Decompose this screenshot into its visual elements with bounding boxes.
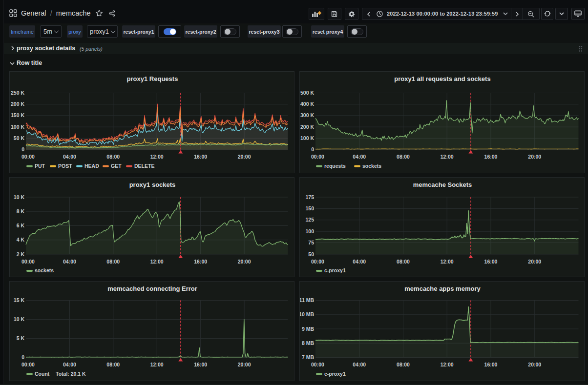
svg-text:200 K: 200 K: [11, 101, 24, 107]
svg-text:250 K: 250 K: [11, 90, 24, 96]
svg-text:POST: POST: [58, 163, 72, 169]
svg-text:16:00: 16:00: [194, 362, 207, 367]
svg-text:20:00: 20:00: [528, 259, 541, 264]
svg-text:memcache apps memory: memcache apps memory: [404, 285, 481, 292]
svg-text:00:00: 00:00: [311, 362, 324, 367]
svg-text:08:00: 08:00: [106, 154, 120, 160]
svg-text:proxy1 Requests: proxy1 Requests: [127, 75, 178, 82]
svg-text:04:00: 04:00: [63, 154, 76, 160]
svg-text:75: 75: [308, 240, 314, 245]
svg-text:PUT: PUT: [35, 163, 45, 169]
svg-text:DELETE: DELETE: [134, 163, 154, 169]
svg-text:12:00: 12:00: [150, 154, 164, 160]
svg-text:50: 50: [308, 251, 314, 257]
svg-text:10 MB: 10 MB: [300, 311, 314, 317]
svg-text:0: 0: [311, 146, 314, 152]
svg-text:500 K: 500 K: [300, 90, 314, 96]
svg-text:requests: requests: [324, 163, 346, 169]
svg-text:00:00: 00:00: [21, 259, 35, 264]
svg-text:9 MB: 9 MB: [302, 326, 315, 332]
svg-text:proxy1 sockets: proxy1 sockets: [129, 181, 176, 188]
svg-text:300 K: 300 K: [300, 112, 314, 118]
svg-text:20:00: 20:00: [528, 362, 541, 367]
svg-text:00:00: 00:00: [21, 362, 35, 367]
svg-text:00:00: 00:00: [21, 154, 35, 160]
svg-text:04:00: 04:00: [63, 362, 76, 367]
svg-text:100: 100: [305, 228, 314, 234]
svg-text:20:00: 20:00: [238, 362, 251, 367]
svg-text:6 K: 6 K: [17, 223, 25, 228]
svg-text:16:00: 16:00: [194, 259, 207, 264]
svg-text:200 K: 200 K: [300, 124, 314, 130]
svg-text:Count: Count: [35, 371, 50, 377]
svg-text:20:00: 20:00: [238, 259, 251, 264]
svg-text:15 K: 15 K: [14, 297, 25, 303]
svg-text:0: 0: [21, 354, 24, 360]
svg-text:c-proxy1: c-proxy1: [324, 371, 346, 377]
svg-text:16:00: 16:00: [194, 154, 207, 160]
svg-text:11 MB: 11 MB: [300, 297, 314, 303]
svg-text:sockets: sockets: [35, 267, 54, 273]
svg-text:10 K: 10 K: [14, 316, 25, 322]
svg-text:proxy1 all requests and socket: proxy1 all requests and sockets: [394, 75, 490, 82]
svg-text:08:00: 08:00: [397, 154, 410, 160]
svg-text:150: 150: [305, 205, 314, 211]
svg-text:04:00: 04:00: [353, 362, 366, 367]
svg-text:12:00: 12:00: [441, 362, 454, 367]
svg-text:16:00: 16:00: [484, 259, 498, 264]
svg-text:04:00: 04:00: [353, 154, 366, 160]
svg-text:16:00: 16:00: [484, 154, 498, 160]
svg-text:400 K: 400 K: [300, 101, 314, 107]
svg-text:c-proxy1: c-proxy1: [324, 267, 346, 273]
svg-text:10 K: 10 K: [14, 194, 25, 200]
svg-text:00:00: 00:00: [311, 154, 324, 160]
svg-text:Total: 20.1 K: Total: 20.1 K: [56, 371, 86, 377]
svg-text:16:00: 16:00: [484, 362, 498, 367]
svg-text:08:00: 08:00: [106, 259, 120, 264]
svg-text:04:00: 04:00: [353, 259, 366, 264]
svg-text:12:00: 12:00: [150, 362, 164, 367]
svg-text:memcached connecting Error: memcached connecting Error: [107, 285, 197, 292]
svg-text:150 K: 150 K: [11, 112, 24, 118]
svg-text:4 K: 4 K: [17, 237, 25, 243]
svg-text:08:00: 08:00: [397, 259, 410, 264]
svg-text:HEAD: HEAD: [84, 163, 99, 169]
svg-text:0: 0: [21, 146, 24, 152]
svg-text:08:00: 08:00: [397, 362, 410, 367]
svg-text:7 MB: 7 MB: [302, 354, 315, 360]
svg-text:20:00: 20:00: [528, 154, 541, 160]
svg-text:2 K: 2 K: [17, 251, 25, 257]
svg-text:04:00: 04:00: [63, 259, 76, 264]
svg-text:sockets: sockets: [362, 163, 381, 169]
svg-text:00:00: 00:00: [311, 259, 324, 264]
svg-text:memcache Sockets: memcache Sockets: [413, 181, 472, 188]
svg-text:175: 175: [305, 194, 314, 200]
svg-text:125: 125: [305, 217, 314, 223]
svg-text:12:00: 12:00: [441, 154, 454, 160]
svg-text:12:00: 12:00: [150, 259, 164, 264]
svg-text:12:00: 12:00: [441, 259, 454, 264]
svg-text:20:00: 20:00: [238, 154, 251, 160]
svg-text:5 K: 5 K: [17, 335, 25, 341]
svg-text:GET: GET: [111, 163, 122, 169]
svg-text:8 MB: 8 MB: [302, 340, 315, 346]
svg-text:50 K: 50 K: [14, 135, 25, 141]
svg-text:08:00: 08:00: [106, 362, 120, 367]
svg-text:8 K: 8 K: [17, 208, 25, 214]
svg-text:100 K: 100 K: [11, 124, 24, 130]
svg-text:100 K: 100 K: [300, 135, 314, 141]
